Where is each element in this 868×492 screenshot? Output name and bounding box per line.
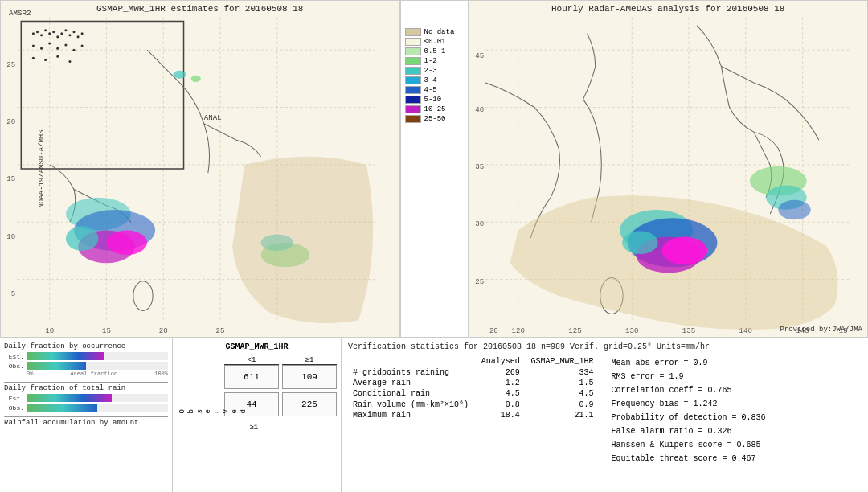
svg-point-21: [32, 32, 35, 35]
col-header-lt1: <1: [224, 356, 279, 365]
stat-item: Hanssen & Kuipers score = 0.685: [612, 438, 862, 452]
legend-label: 5-10: [424, 96, 442, 104]
bar-row-obs-1: Obs.: [4, 362, 168, 370]
col-header-gsmap: GSMAP_MWR_1HR: [525, 356, 599, 367]
svg-text:20: 20: [489, 326, 497, 335]
svg-point-27: [56, 35, 59, 38]
chart-title-2: Daily fraction of total rain: [4, 384, 168, 392]
stat-item: Equitable threat score = 0.467: [612, 452, 862, 465]
legend-label: 25-50: [424, 115, 446, 123]
row-analysed: 4.5: [476, 388, 525, 399]
legend-item: 0.5-1: [405, 47, 455, 55]
row-gsmap: 1.5: [525, 378, 599, 388]
bar-axis-1: 0% Areal fraction 100%: [4, 371, 168, 377]
legend-label: No data: [424, 28, 455, 36]
svg-text:125: 125: [568, 326, 581, 335]
svg-text:ANAL: ANAL: [204, 113, 222, 122]
legend-item: <0.01: [405, 38, 455, 46]
contingency-body: Observed <1 ≥1 611 109 44: [177, 365, 337, 442]
svg-point-34: [32, 45, 35, 47]
col-header-label: [348, 356, 476, 367]
contingency-values-grid: 611 109 44 225: [224, 365, 337, 442]
legend-item: No data: [405, 28, 455, 36]
main-container: GSMAP_MWR_1HR estimates for 20160508 18 …: [0, 0, 868, 492]
svg-point-23: [40, 34, 43, 36]
row-analysed: 1.2: [476, 378, 525, 388]
row-analysed: 18.4: [476, 410, 525, 420]
svg-point-43: [56, 55, 59, 58]
stat-item: Frequency bias = 1.242: [612, 397, 862, 411]
row-gsmap: 4.5: [525, 388, 599, 399]
bar-container-2: Est. Obs.: [4, 394, 168, 412]
verif-title: Verification statistics for 20160508 18 …: [348, 342, 862, 351]
legend-item: 10-25: [405, 105, 455, 113]
left-map-panel: GSMAP_MWR_1HR estimates for 20160508 18 …: [0, 0, 400, 338]
svg-text:25: 25: [475, 277, 484, 286]
bar-fill-obs-1: [27, 362, 86, 370]
svg-text:20: 20: [159, 326, 168, 335]
svg-text:45: 45: [475, 51, 484, 60]
row-label: Rain volume (mm·km²×10⁶): [348, 399, 476, 410]
obs-vert-label: Observed: [177, 409, 248, 413]
stat-item: Correlation coeff = 0.765: [612, 383, 862, 397]
svg-text:35: 35: [475, 162, 484, 171]
row-analysed: 269: [476, 367, 525, 379]
legend-color-swatch: [405, 47, 421, 55]
contingency-table-wrapper: <1 ≥1: [177, 356, 337, 365]
svg-text:25: 25: [216, 326, 225, 335]
legend-label: 10-25: [424, 105, 446, 113]
svg-point-35: [40, 47, 43, 50]
chart-title-3: Rainfall accumulation by amount: [4, 419, 168, 427]
bar-track-obs-1: [27, 362, 168, 370]
row-label: Conditional rain: [348, 388, 476, 399]
svg-text:15: 15: [6, 174, 15, 183]
svg-point-49: [106, 230, 147, 255]
verif-table-header-row: Analysed GSMAP_MWR_1HR: [348, 356, 599, 367]
row-analysed: 0.8: [476, 399, 525, 410]
svg-point-52: [191, 76, 201, 82]
svg-text:15: 15: [102, 326, 111, 335]
legend-color-swatch: [405, 115, 421, 123]
verif-table-row: Maximum rain 18.4 21.1: [348, 410, 599, 420]
bar-fill-est-2: [27, 394, 112, 402]
svg-point-33: [81, 32, 84, 35]
bar-fill-est-1: [27, 352, 104, 360]
right-map-panel: Hourly Radar-AMeDAS analysis for 2016050…: [469, 0, 869, 338]
row-label: # gridpoints raining: [348, 367, 476, 379]
row-gsmap: 0.9: [525, 399, 599, 410]
svg-point-22: [36, 31, 39, 33]
verif-table-row: # gridpoints raining 269 334: [348, 367, 599, 379]
svg-point-25: [48, 32, 51, 35]
svg-point-26: [52, 31, 55, 33]
svg-point-90: [778, 200, 810, 219]
legend-color-swatch: [405, 28, 421, 36]
svg-text:30: 30: [475, 219, 484, 228]
right-map-svg: 45 40 35 30 25 120 125 130 135 140 145 1…: [469, 1, 868, 337]
svg-point-36: [48, 42, 51, 44]
svg-point-29: [64, 29, 67, 31]
svg-point-51: [173, 71, 186, 79]
svg-point-37: [56, 47, 59, 50]
chart-section-2: Daily fraction of total rain Est. Obs.: [4, 384, 168, 412]
svg-point-86: [661, 237, 707, 265]
row-label: Average rain: [348, 378, 476, 388]
contingency-col-headers: <1 ≥1: [224, 356, 337, 365]
svg-point-39: [72, 49, 75, 51]
bar-label-est-2: Est.: [4, 395, 24, 402]
verif-content: Analysed GSMAP_MWR_1HR # gridpoints rain…: [348, 356, 862, 465]
legend-label: 0.5-1: [424, 47, 446, 55]
legend-color-swatch: [405, 38, 421, 46]
chart-title-1: Daily fraction by occurrence: [4, 342, 168, 351]
verif-table-row: Conditional rain 4.5 4.5: [348, 388, 599, 399]
legend-item: 25-50: [405, 115, 455, 123]
verif-stats-right-panel: Mean abs error = 0.9RMS error = 1.9Corre…: [612, 356, 862, 465]
col-header-analysed: Analysed: [476, 356, 525, 367]
svg-point-42: [44, 59, 47, 61]
legend-color-swatch: [405, 96, 421, 104]
legend-item: 5-10: [405, 96, 455, 104]
legend-color-swatch: [405, 86, 421, 94]
legend-label: 3-4: [424, 76, 437, 84]
verif-stats-table: Analysed GSMAP_MWR_1HR # gridpoints rain…: [348, 356, 599, 420]
svg-text:5: 5: [11, 289, 15, 298]
bar-track-obs-2: [27, 404, 168, 412]
